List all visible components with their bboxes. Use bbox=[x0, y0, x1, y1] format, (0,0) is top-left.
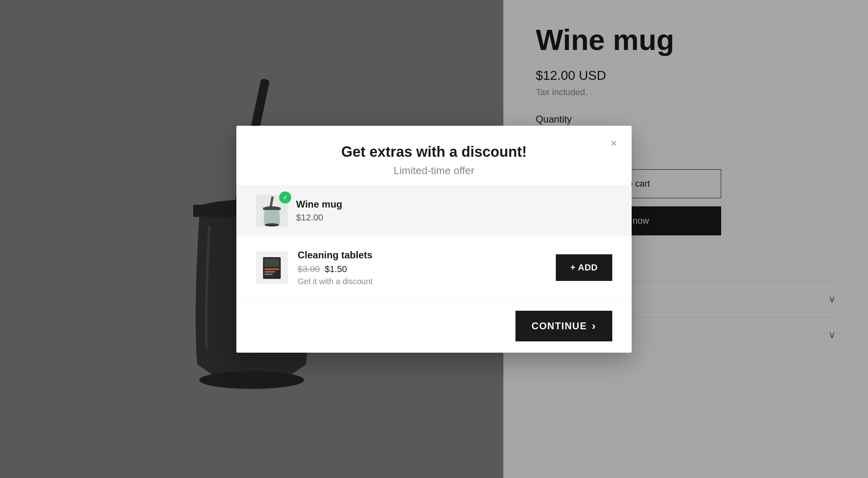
upsell-prices: $3.00 $1.50 bbox=[298, 264, 546, 274]
svg-rect-14 bbox=[265, 271, 275, 272]
svg-rect-12 bbox=[265, 259, 279, 267]
upsell-info: Cleaning tablets $3.00 $1.50 Get it with… bbox=[298, 249, 546, 286]
continue-button[interactable]: CONTINUE › bbox=[515, 311, 612, 341]
upsell-product-image bbox=[257, 253, 286, 282]
continue-arrow-icon: › bbox=[592, 320, 596, 333]
svg-rect-15 bbox=[265, 274, 273, 275]
cart-item-name: Wine mug bbox=[296, 199, 612, 210]
svg-rect-8 bbox=[263, 208, 281, 210]
modal-close-button[interactable]: × bbox=[606, 135, 622, 152]
cart-item-info: Wine mug $12.00 bbox=[296, 199, 612, 223]
check-badge: ✓ bbox=[279, 191, 291, 204]
svg-rect-13 bbox=[265, 268, 279, 270]
cart-item-row: ✓ Wine mug $12.00 bbox=[236, 185, 632, 237]
svg-point-9 bbox=[265, 223, 279, 227]
upsell-discount-text: Get it with a discount bbox=[298, 277, 546, 286]
modal-overlay: × Get extras with a discount! Limited-ti… bbox=[0, 0, 868, 478]
modal-footer: CONTINUE › bbox=[236, 299, 632, 353]
continue-label: CONTINUE bbox=[532, 320, 587, 332]
upsell-modal: × Get extras with a discount! Limited-ti… bbox=[236, 126, 632, 353]
upsell-add-button[interactable]: + ADD bbox=[556, 254, 612, 281]
modal-subtitle: Limited-time offer bbox=[256, 164, 612, 177]
upsell-original-price: $3.00 bbox=[298, 264, 320, 274]
upsell-name: Cleaning tablets bbox=[298, 249, 546, 261]
modal-title: Get extras with a discount! bbox=[256, 143, 612, 160]
cart-item-price: $12.00 bbox=[296, 212, 612, 223]
modal-header: Get extras with a discount! Limited-time… bbox=[236, 126, 632, 185]
upsell-sale-price: $1.50 bbox=[325, 264, 347, 274]
upsell-row: Cleaning tablets $3.00 $1.50 Get it with… bbox=[236, 237, 632, 299]
cart-item-thumb-wrapper: ✓ bbox=[256, 195, 288, 227]
upsell-thumbnail bbox=[256, 251, 288, 284]
